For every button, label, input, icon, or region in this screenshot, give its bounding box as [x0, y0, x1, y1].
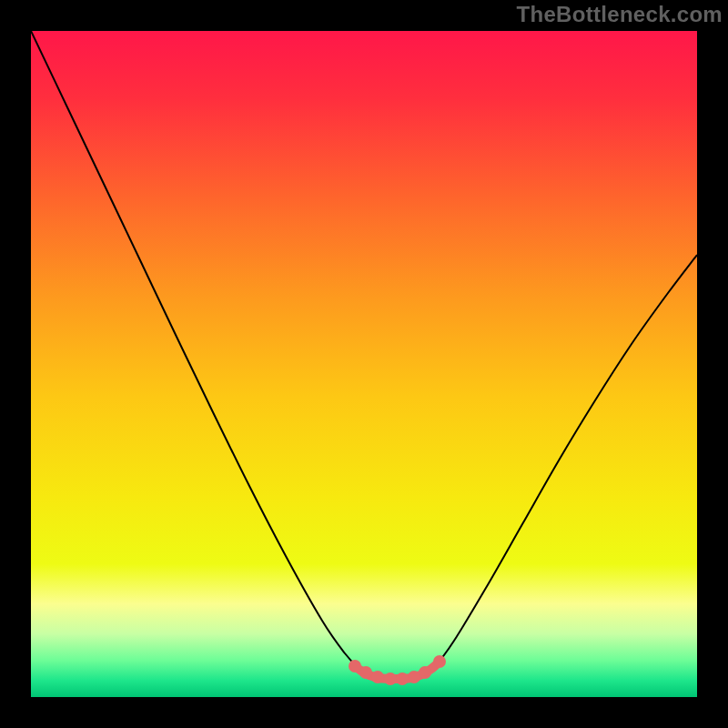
highlight-dot	[408, 671, 420, 683]
highlight-dot	[433, 655, 446, 668]
highlight-dot	[419, 666, 431, 679]
highlight-dot	[349, 660, 361, 672]
chart-svg	[31, 31, 697, 697]
chart-frame	[31, 31, 697, 697]
highlight-dot	[384, 672, 397, 685]
watermark-text: TheBottleneck.com	[517, 2, 723, 27]
highlight-dot	[371, 671, 384, 683]
highlight-dot	[359, 666, 372, 679]
chart-background	[31, 31, 697, 697]
highlight-dot	[396, 672, 409, 685]
